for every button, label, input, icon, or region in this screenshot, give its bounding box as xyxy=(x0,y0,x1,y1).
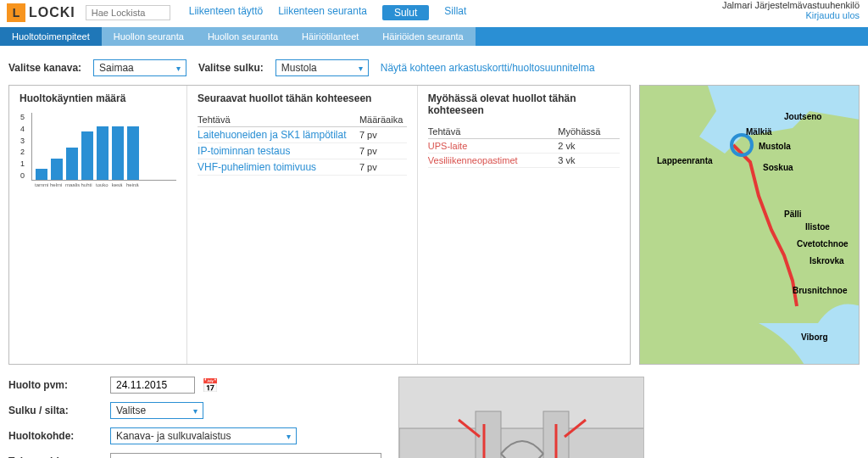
col-task: Tehtävä xyxy=(198,113,359,127)
maintenance-form: Huolto pvm: 📅 Sulku / silta: Valitse ▾ H… xyxy=(8,377,381,458)
subnav-fault-situations[interactable]: Häiriötilanteet xyxy=(290,27,370,46)
nav-bridges[interactable]: Sillat xyxy=(444,5,466,20)
deadline-cell: 7 pv xyxy=(359,159,407,176)
logout-link[interactable]: Kirjaudu ulos xyxy=(722,10,860,20)
date-input[interactable] xyxy=(110,377,195,394)
chart-y-axis: 012345 xyxy=(20,113,25,180)
date-label: Huolto pvm: xyxy=(8,377,102,391)
nav-traffic-fill[interactable]: Liikenteen täyttö xyxy=(189,5,263,20)
lock-bridge-select[interactable]: Valitse ▾ xyxy=(110,402,203,419)
map-label: Mustola xyxy=(759,142,791,151)
panel-late-title: Myöhässä olevat huollot tähän kohteeseen xyxy=(428,92,620,116)
logo: L LOCKI xyxy=(7,3,75,22)
top-bar: L LOCKI Liikenteen täyttö Liikenteen seu… xyxy=(0,0,868,25)
nav-traffic-monitor[interactable]: Liikenteen seuranta xyxy=(278,5,367,20)
lock-schematic xyxy=(398,377,644,458)
task-link[interactable]: UPS-laite xyxy=(428,141,467,151)
deadline-cell: 7 pv xyxy=(359,143,407,159)
target-label: Huoltokohde: xyxy=(8,427,102,442)
upcoming-table: TehtäväMääräaika Laitehuoneiden ja SK1 l… xyxy=(198,113,407,176)
chart-bar xyxy=(112,126,124,180)
map-label: Joutseno xyxy=(784,112,821,121)
late-cell: 2 vk xyxy=(558,139,620,154)
search-input[interactable] xyxy=(86,5,170,20)
svg-rect-4 xyxy=(476,411,501,458)
map-label: Viborg xyxy=(801,332,827,342)
table-row: Laitehuoneiden ja SK1 lämpötilat7 pv xyxy=(198,127,407,143)
panel-visits: Huoltokäyntien määrä 012345 tammi helmi … xyxy=(9,86,186,364)
visits-chart: 012345 xyxy=(31,113,176,181)
channel-label: Valitse kanava: xyxy=(8,62,81,74)
task-link[interactable]: VHF-puhelimien toimivuus xyxy=(198,161,316,173)
inspection-card-link[interactable]: Näytä kohteen arkastuskortti/huoltosuunn… xyxy=(381,62,595,74)
target-select[interactable]: Kanava- ja sulkuvalaistus ▾ xyxy=(110,427,297,444)
chart-bar xyxy=(127,126,139,180)
table-row: UPS-laite2 vk xyxy=(428,139,620,154)
svg-rect-3 xyxy=(399,428,644,458)
map-label: Brusnitchnoe xyxy=(793,286,848,295)
chart-x-axis: tammi helmi maalis huhti touko kesä hein… xyxy=(35,182,176,187)
top-nav: Liikenteen täyttö Liikenteen seuranta Su… xyxy=(189,5,467,20)
chevron-down-icon: ▾ xyxy=(359,64,363,73)
subnav-maintenance-actions[interactable]: Huoltotoimenpiteet xyxy=(0,27,102,46)
channel-value: Saimaa xyxy=(99,62,134,74)
chart-bar xyxy=(51,159,63,180)
panel-upcoming-title: Seuraavat huollot tähän kohteeseen xyxy=(198,92,407,104)
map-svg: Joutseno Mälkiä Mustola Lappeenranta Sos… xyxy=(640,86,860,365)
subnav-fault-monitor[interactable]: Häiriöiden seuranta xyxy=(370,27,475,46)
map-label: Soskua xyxy=(763,163,793,172)
task-link[interactable]: Vesiliikenneopastimet xyxy=(428,155,518,165)
logo-icon: L xyxy=(7,3,25,22)
lock-bridge-label: Sulku / silta: xyxy=(8,402,102,416)
user-name: Jalmari Järjestelmävastuuhenkilö xyxy=(722,0,860,10)
task-link[interactable]: Laitehuoneiden ja SK1 lämpötilat xyxy=(198,129,346,141)
channel-select[interactable]: Saimaa ▾ xyxy=(93,59,186,76)
lock-label: Valitse sulku: xyxy=(198,62,264,74)
table-row: Vesiliikenneopastimet3 vk xyxy=(428,154,620,168)
logo-text: LOCKI xyxy=(29,5,75,20)
action-textarea[interactable] xyxy=(110,453,381,458)
late-cell: 3 vk xyxy=(558,154,620,168)
chevron-down-icon: ▾ xyxy=(193,406,198,416)
deadline-cell: 7 pv xyxy=(359,127,407,143)
lock-select[interactable]: Mustola ▾ xyxy=(275,59,369,76)
chart-bar xyxy=(36,169,47,180)
panel-visits-title: Huoltokäyntien määrä xyxy=(19,92,176,104)
schematic-svg xyxy=(399,377,644,458)
user-info: Jalmari Järjestelmävastuuhenkilö Kirjaud… xyxy=(722,0,860,20)
chart-bar xyxy=(81,131,93,180)
table-row: IP-toiminnan testaus7 pv xyxy=(198,143,407,159)
filter-bar: Valitse kanava: Saimaa ▾ Valitse sulku: … xyxy=(0,46,868,85)
main-area: Huoltokäyntien määrä 012345 tammi helmi … xyxy=(0,85,868,365)
map-label: Iskrovka xyxy=(810,256,844,265)
map-label: Pälli xyxy=(784,209,802,219)
lock-value: Mustola xyxy=(281,62,317,74)
map-label: Cvetotchnoe xyxy=(797,239,849,249)
task-link[interactable]: IP-toiminnan testaus xyxy=(198,145,290,157)
panel-late: Myöhässä olevat huollot tähän kohteeseen… xyxy=(417,86,630,364)
chart-bar xyxy=(97,126,108,180)
late-table: TehtäväMyöhässä UPS-laite2 vk Vesiliiken… xyxy=(428,125,620,168)
target-value: Kanava- ja sulkuvalaistus xyxy=(116,430,231,442)
form-area: Huolto pvm: 📅 Sulku / silta: Valitse ▾ H… xyxy=(0,365,868,458)
chevron-down-icon: ▾ xyxy=(176,64,181,73)
info-panels: Huoltokäyntien määrä 012345 tammi helmi … xyxy=(8,85,631,365)
lock-bridge-value: Valitse xyxy=(116,405,146,416)
subnav-maintenance-monitor-2[interactable]: Huollon seuranta xyxy=(196,27,290,46)
col-deadline: Määräaika xyxy=(359,113,407,127)
col-late: Myöhässä xyxy=(558,125,620,139)
action-label: Toimenpide: xyxy=(8,453,102,458)
subnav-maintenance-monitor-1[interactable]: Huollon seuranta xyxy=(102,27,196,46)
col-task: Tehtävä xyxy=(428,125,558,139)
table-row: VHF-puhelimien toimivuus7 pv xyxy=(198,159,407,176)
map-label: Ilistoe xyxy=(805,222,830,232)
map-label: Mälkiä xyxy=(746,127,772,137)
nav-locks[interactable]: Sulut xyxy=(382,5,429,20)
sub-nav: Huoltotoimenpiteet Huollon seuranta Huol… xyxy=(0,27,868,46)
chart-bar xyxy=(66,148,78,180)
calendar-icon[interactable]: 📅 xyxy=(202,377,219,394)
map-panel[interactable]: Joutseno Mälkiä Mustola Lappeenranta Sos… xyxy=(639,85,860,365)
panel-upcoming: Seuraavat huollot tähän kohteeseen Tehtä… xyxy=(186,86,417,364)
chevron-down-icon: ▾ xyxy=(287,432,291,441)
map-label: Lappeenranta xyxy=(657,156,713,165)
